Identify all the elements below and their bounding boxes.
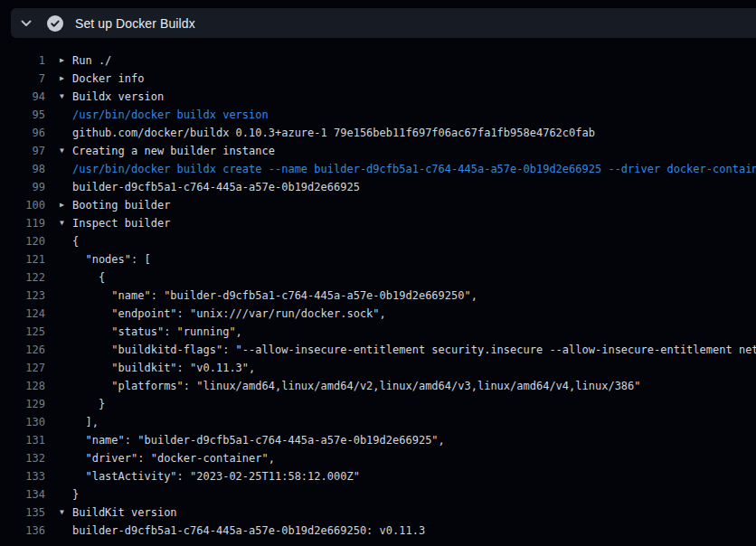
group-arrow-collapsed-icon[interactable]: ▶ [60,52,72,70]
group-arrow-expanded-icon[interactable]: ▼ [60,504,72,522]
log-text: } [72,395,105,413]
log-line: 125 "status": "running", [0,323,756,341]
log-text: ], [72,413,99,431]
group-arrow-icon [60,124,72,142]
group-arrow-icon [60,178,72,196]
line-number[interactable]: 121 [0,250,45,268]
line-number[interactable]: 126 [0,341,45,359]
log-line: 136 builder-d9cfb5a1-c764-445a-a57e-0b19… [0,522,756,540]
log-line: 130 ], [0,413,756,431]
log-line: 124 "endpoint": "unix:///var/run/docker.… [0,305,756,323]
log-text: "nodes": [ [72,250,151,268]
log-text: builder-d9cfb5a1-c764-445a-a57e-0b19d2e6… [72,178,360,196]
log-text: "buildkitd-flags": "--allow-insecure-ent… [72,341,756,359]
log-line[interactable]: 97 ▼ Creating a new builder instance [0,142,756,160]
log-text: { [72,232,79,250]
line-number[interactable]: 97 [0,142,45,160]
log-text: Inspect builder [72,214,170,232]
line-number[interactable]: 120 [0,232,45,250]
group-arrow-icon [60,431,72,449]
log-text: github.com/docker/buildx 0.10.3+azure-1 … [72,124,595,142]
log-line: 123 "name": "builder-d9cfb5a1-c764-445a-… [0,287,756,305]
group-arrow-icon [60,395,72,413]
line-number[interactable]: 132 [0,449,45,467]
log-line[interactable]: 135 ▼ BuildKit version [0,504,756,522]
line-number[interactable]: 94 [0,88,45,106]
log-line: 95 /usr/bin/docker buildx version [0,106,756,124]
group-arrow-collapsed-icon[interactable]: ▶ [60,70,72,88]
line-number[interactable]: 100 [0,196,45,214]
log-text: BuildKit version [72,504,177,522]
log-text: "status": "running", [72,323,242,341]
log-line[interactable]: 100 ▶ Booting builder [0,196,756,214]
log-text: Booting builder [72,196,170,214]
log-text: /usr/bin/docker buildx create --name bui… [72,160,756,178]
log-text: "name": "builder-d9cfb5a1-c764-445a-a57e… [72,431,445,449]
line-number[interactable]: 130 [0,413,45,431]
log-text: "lastActivity": "2023-02-25T11:58:12.000… [72,467,360,485]
log-viewer: 1 ▶ Run ./ 7 ▶ Docker info 94 ▼ Buildx v… [0,52,756,540]
log-line: 127 "buildkit": "v0.11.3", [0,359,756,377]
line-number[interactable]: 133 [0,467,45,485]
line-number[interactable]: 136 [0,522,45,540]
log-text: "name": "builder-d9cfb5a1-c764-445a-a57e… [72,287,477,305]
line-number[interactable]: 131 [0,431,45,449]
group-arrow-expanded-icon[interactable]: ▼ [60,88,72,106]
line-number[interactable]: 127 [0,359,45,377]
log-text: "buildkit": "v0.11.3", [72,359,255,377]
line-number[interactable]: 123 [0,287,45,305]
line-number[interactable]: 119 [0,214,45,232]
line-number[interactable]: 98 [0,160,45,178]
line-number[interactable]: 95 [0,106,45,124]
chevron-down-icon[interactable] [15,13,37,34]
log-line: 131 "name": "builder-d9cfb5a1-c764-445a-… [0,431,756,449]
line-number[interactable]: 128 [0,377,45,395]
log-line: 128 "platforms": "linux/amd64,linux/amd6… [0,377,756,395]
log-text: { [72,268,105,287]
group-arrow-icon [60,467,72,485]
group-arrow-expanded-icon[interactable]: ▼ [60,214,72,232]
group-arrow-icon [60,287,72,305]
group-arrow-icon [60,359,72,377]
log-line: 134 } [0,485,756,504]
step-title: Set up Docker Buildx [75,16,195,31]
log-line[interactable]: 7 ▶ Docker info [0,70,756,88]
log-text: "endpoint": "unix:///var/run/docker.sock… [72,305,386,323]
log-line: 129 } [0,395,756,413]
group-arrow-icon [60,413,72,431]
log-line: 133 "lastActivity": "2023-02-25T11:58:12… [0,467,756,485]
group-arrow-icon [60,268,72,287]
group-arrow-collapsed-icon[interactable]: ▶ [60,196,72,214]
group-arrow-expanded-icon[interactable]: ▼ [60,142,72,160]
line-number[interactable]: 99 [0,178,45,196]
group-arrow-icon [60,323,72,341]
log-line: 122 { [0,268,756,287]
line-number[interactable]: 125 [0,323,45,341]
group-arrow-icon [60,485,72,504]
group-arrow-icon [60,449,72,467]
line-number[interactable]: 134 [0,485,45,504]
group-arrow-icon [60,341,72,359]
line-number[interactable]: 135 [0,504,45,522]
check-circle-icon [47,15,63,32]
group-arrow-icon [60,106,72,124]
step-header[interactable]: Set up Docker Buildx [11,8,756,38]
line-number[interactable]: 7 [0,70,45,88]
line-number[interactable]: 96 [0,124,45,142]
line-number[interactable]: 129 [0,395,45,413]
group-arrow-icon [60,250,72,268]
log-text: builder-d9cfb5a1-c764-445a-a57e-0b19d2e6… [72,522,425,540]
log-line[interactable]: 1 ▶ Run ./ [0,52,756,70]
line-number[interactable]: 1 [0,52,45,70]
log-line[interactable]: 94 ▼ Buildx version [0,88,756,106]
log-line: 126 "buildkitd-flags": "--allow-insecure… [0,341,756,359]
log-line: 96 github.com/docker/buildx 0.10.3+azure… [0,124,756,142]
log-line: 98 /usr/bin/docker buildx create --name … [0,160,756,178]
log-line: 132 "driver": "docker-container", [0,449,756,467]
log-text: Creating a new builder instance [72,142,275,160]
line-number[interactable]: 124 [0,305,45,323]
log-line[interactable]: 119 ▼ Inspect builder [0,214,756,232]
log-line: 121 "nodes": [ [0,250,756,268]
line-number[interactable]: 122 [0,268,45,287]
log-text: Buildx version [72,88,164,106]
